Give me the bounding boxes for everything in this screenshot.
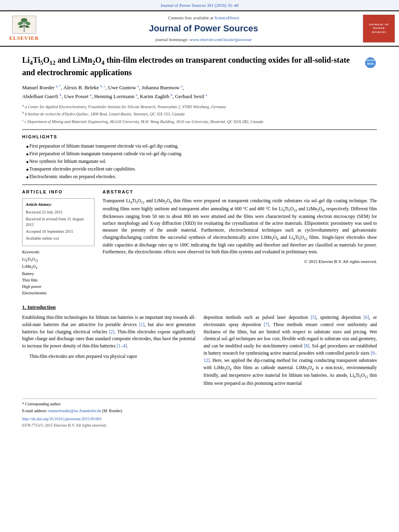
- article-info-label: ARTICLE INFO: [22, 189, 95, 195]
- ref-1[interactable]: [1]: [139, 322, 144, 327]
- article-title: Li4Ti5O12 and LiMn2O4 thin-film electrod…: [22, 55, 360, 78]
- abstract-label: ABSTRACT: [103, 189, 377, 195]
- affiliation-b: b b Institut de recherche d'Hydro-Québec…: [22, 111, 377, 117]
- crossmark-badge: Cross Mark: [364, 56, 377, 69]
- corresponding-author-note: * Corresponding author.: [22, 401, 377, 407]
- highlight-item: New synthesis for lithium manganate sol.: [26, 158, 377, 164]
- ref-2[interactable]: [2]: [109, 329, 114, 334]
- journal-reference-bar: Journal of Power Sources 301 (2016) 35–4…: [0, 0, 399, 10]
- accepted-date: Accepted 16 September 2015: [26, 229, 91, 234]
- divider-2: [22, 185, 377, 185]
- journal-cover-image: JOURNAL OFPOWERSOURCES: [363, 14, 395, 43]
- authors-line: Manuel Roeder a, *, Alexis B. Beleke b, …: [22, 83, 377, 101]
- highlights-label: HIGHLIGHTS: [22, 134, 377, 140]
- contents-available-line: Contents lists available at ScienceDirec…: [44, 15, 363, 21]
- introduction-body: Establishing thin-film technologies for …: [22, 314, 377, 390]
- doi-link[interactable]: http://dx.doi.org/10.1016/j.jpowsour.201…: [22, 417, 101, 421]
- issn-line: 0378-7753/© 2015 Elsevier B.V. All right…: [22, 423, 377, 428]
- elsevier-logo-area: ELSEVIER: [4, 16, 44, 42]
- introduction-left-column: Establishing thin-film technologies for …: [22, 314, 195, 390]
- affiliations-block: a a Center for Applied Electrochemistry,…: [22, 103, 377, 125]
- email-line: E-mail address: manuelroeder@isc.fraunho…: [22, 408, 377, 414]
- abstract-column: ABSTRACT Transparent Li4Ti5O12 and LiMn2…: [103, 189, 377, 296]
- journal-reference: Journal of Power Sources 301 (2016) 35–4…: [160, 3, 239, 8]
- ref-5[interactable]: [5]: [311, 315, 316, 320]
- sciencedirect-link[interactable]: ScienceDirect: [214, 15, 239, 20]
- divider-1: [22, 129, 377, 130]
- journal-header-center: Contents lists available at ScienceDirec…: [44, 15, 363, 43]
- article-info-column: ARTICLE INFO Article history: Received 2…: [22, 189, 95, 296]
- svg-text:Cross: Cross: [366, 58, 375, 62]
- introduction-right-column: deposition methods such as pulsed laser …: [204, 314, 377, 390]
- introduction-section: 1. Introduction Establishing thin-film t…: [22, 304, 377, 390]
- elsevier-tree-image: [12, 16, 36, 34]
- intro-para-1: Establishing thin-film technologies for …: [22, 314, 195, 350]
- article-info-abstract-area: ARTICLE INFO Article history: Received 2…: [22, 189, 377, 296]
- highlights-section: HIGHLIGHTS First preparation of lithium …: [22, 134, 377, 180]
- doi-line: http://dx.doi.org/10.1016/j.jpowsour.201…: [22, 416, 377, 422]
- history-label: Article history:: [26, 202, 91, 208]
- highlight-item: Electrochromic studies on prepared elect…: [26, 173, 377, 180]
- highlight-item: First preparation of lithium manganate t…: [26, 150, 377, 157]
- footnote-area: * Corresponding author. E-mail address: …: [22, 398, 377, 428]
- homepage-link[interactable]: www.elsevier.com/locate/jpowsour: [189, 37, 251, 42]
- elsevier-wordmark: ELSEVIER: [9, 35, 39, 42]
- abstract-copyright: © 2015 Elsevier B.V. All rights reserved…: [103, 259, 377, 265]
- available-online: Available online xxx: [26, 236, 91, 241]
- received-revised: Received in revised form 31 August 2015: [26, 216, 91, 228]
- ref-8[interactable]: [8]: [304, 343, 309, 348]
- svg-point-2: [21, 18, 27, 22]
- svg-text:Mark: Mark: [367, 62, 374, 65]
- intro-para-3: deposition methods such as pulsed laser …: [204, 314, 377, 387]
- article-title-area: Li4Ti5O12 and LiMn2O4 thin-film electrod…: [22, 55, 377, 78]
- article-content: Li4Ti5O12 and LiMn2O4 thin-film electrod…: [0, 47, 399, 436]
- keywords-block: Keywords: Li4Ti5O12 LiMn2O4 Battery Thin…: [22, 249, 95, 296]
- highlight-item: First preparation of lithium titanate tr…: [26, 143, 377, 149]
- intro-para-2: Thin-film electrodes are often prepared …: [22, 353, 195, 360]
- introduction-heading: 1. Introduction: [22, 304, 377, 311]
- keywords-list: Li4Ti5O12 LiMn2O4 Battery Thin film High…: [22, 256, 95, 296]
- affiliation-a: a a Center for Applied Electrochemistry,…: [22, 103, 377, 110]
- highlights-list: First preparation of lithium titanate tr…: [22, 143, 377, 180]
- abstract-text: Transparent Li4Ti5O12 and LiMn2O4 thin f…: [103, 197, 377, 255]
- article-history-box: Article history: Received 23 July 2015 R…: [22, 198, 95, 246]
- ref-6[interactable]: [6]: [364, 315, 369, 320]
- affiliation-c: c c Department of Mining and Materials E…: [22, 118, 377, 125]
- homepage-line: journal homepage: www.elsevier.com/locat…: [44, 37, 363, 43]
- received-date: Received 23 July 2015: [26, 210, 91, 215]
- ref-7[interactable]: [7]: [264, 322, 269, 327]
- author-email[interactable]: manuelroeder@isc.fraunhofer.de: [48, 409, 101, 413]
- journal-title: Journal of Power Sources: [44, 23, 363, 35]
- journal-header: ELSEVIER Contents lists available at Sci…: [0, 10, 399, 47]
- keywords-label: Keywords:: [22, 249, 95, 255]
- ref-1-4[interactable]: [1–4]: [117, 343, 127, 348]
- highlight-item: Transparent electrodes provide excellent…: [26, 166, 377, 172]
- ref-9-12[interactable]: [9–12]: [204, 351, 377, 363]
